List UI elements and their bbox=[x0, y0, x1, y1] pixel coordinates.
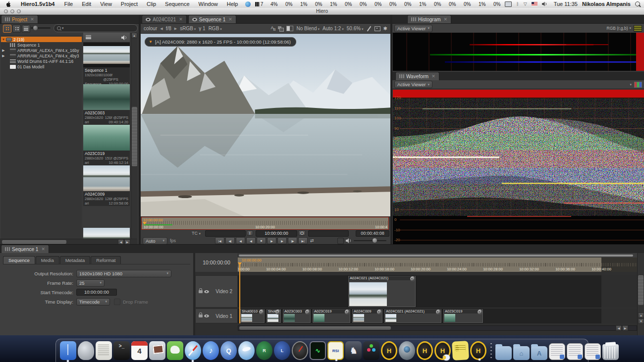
viewer-image[interactable]: ▼ [A] A024C009: 2880 x 1620 - 25 FPS - 1… bbox=[141, 33, 390, 217]
tree-item-01-das-modell[interactable]: 01 Das Modell bbox=[1, 64, 82, 69]
activity-monitor-icon[interactable]: ∿ bbox=[310, 341, 326, 360]
tree-item-2-19-[interactable]: ▼2 (19) bbox=[1, 37, 82, 42]
menu-help[interactable]: Help bbox=[222, 1, 243, 7]
tree-caret-icon[interactable]: ▶ bbox=[1, 54, 6, 58]
frame-rate-dropdown[interactable]: 25▾ bbox=[76, 279, 105, 287]
audio-mute-checkbox[interactable] bbox=[337, 238, 344, 244]
cpu-meter-icon[interactable]: 7 bbox=[255, 1, 264, 7]
folder-documents-icon[interactable] bbox=[495, 346, 512, 360]
timeline-scroll-down[interactable]: ▼ bbox=[638, 318, 644, 324]
menu-edit[interactable]: Edit bbox=[77, 1, 96, 7]
goto-start-button[interactable]: |◀ bbox=[215, 237, 224, 244]
hiero-app-3-icon[interactable]: H bbox=[470, 341, 486, 360]
histogram-options-icon[interactable] bbox=[634, 25, 642, 32]
gauge-widget-icon[interactable] bbox=[292, 341, 308, 360]
hiero-app-icon[interactable]: H bbox=[381, 341, 397, 360]
timeline-ruler[interactable]: 10:00:00:0010:00:04:0010:00:08:0010:00:1… bbox=[238, 258, 637, 272]
time-display-dropdown[interactable]: Timecode▾ bbox=[76, 298, 110, 306]
timeline-zoom-scrollbar[interactable] bbox=[239, 255, 633, 257]
stop-button[interactable]: ■ bbox=[257, 237, 266, 244]
timeline-scroll-left[interactable]: ◀ bbox=[616, 325, 622, 331]
play-button[interactable]: ▶ bbox=[267, 237, 276, 244]
photo-booth-icon[interactable] bbox=[149, 341, 165, 360]
minimized-window-3-icon[interactable] bbox=[585, 343, 601, 360]
spotlight-search-icon[interactable] bbox=[635, 1, 640, 6]
timeline-scroll-up[interactable]: ▲ bbox=[638, 312, 644, 318]
clip-card-a024c009[interactable]: A024C0092880x1620126f @25FPSari12:09:58:… bbox=[83, 165, 130, 207]
evernote-icon[interactable] bbox=[167, 341, 183, 360]
sync-status-icon[interactable] bbox=[245, 1, 251, 7]
calendar-icon[interactable]: 4 bbox=[131, 341, 148, 360]
turbine-l-icon[interactable]: L bbox=[274, 341, 290, 360]
gain-down-icon[interactable]: ◀ bbox=[160, 27, 162, 31]
close-icon[interactable]: ✕ bbox=[431, 74, 435, 79]
step-forward-button[interactable]: ▶ bbox=[277, 237, 287, 244]
waveform-source-dropdown[interactable]: Active Viewer▾ bbox=[394, 81, 432, 88]
thumbnail-scrollbar[interactable]: ▲ ▲ ▼ bbox=[131, 33, 138, 253]
input-language-flag-icon[interactable] bbox=[532, 2, 537, 6]
mail-globe-icon[interactable] bbox=[238, 341, 255, 360]
wipe-compare-icon[interactable] bbox=[286, 26, 293, 31]
timeline-hscroll-handle[interactable] bbox=[239, 326, 391, 330]
textedit-icon[interactable] bbox=[96, 341, 112, 360]
speaker-icon[interactable] bbox=[346, 238, 352, 243]
menu-file[interactable]: File bbox=[59, 1, 77, 7]
histogram-source-dropdown[interactable]: Active Viewer▾ bbox=[394, 25, 432, 32]
timeline-vscroll-handle[interactable] bbox=[638, 275, 644, 305]
timeline-clip[interactable]: Shot0020 bbox=[266, 309, 281, 323]
in-point-field[interactable] bbox=[205, 230, 246, 237]
next-edit-button[interactable]: |▶ bbox=[288, 237, 297, 244]
apple-menu-icon[interactable] bbox=[0, 1, 16, 7]
stack-mode-icon[interactable] bbox=[278, 26, 283, 31]
turbine-r-icon[interactable]: R bbox=[256, 341, 272, 360]
minimized-window-1-icon[interactable] bbox=[549, 343, 565, 360]
hscrollbar-handle[interactable] bbox=[2, 240, 66, 244]
close-icon[interactable]: ✕ bbox=[41, 247, 45, 252]
audio-mute-icon[interactable] bbox=[121, 35, 127, 40]
timeline-clip[interactable]: A023C003 bbox=[282, 309, 311, 323]
hieroplayer-icon[interactable]: H bbox=[434, 341, 451, 360]
stickies-icon[interactable] bbox=[452, 341, 469, 361]
set-out-button[interactable]: O bbox=[298, 230, 306, 236]
menu-user-name[interactable]: Nikolaos Almpanis bbox=[582, 1, 631, 7]
out-point-field[interactable] bbox=[308, 230, 349, 237]
itunes-icon[interactable]: ♪ bbox=[203, 341, 219, 360]
menu-window[interactable]: Window bbox=[194, 1, 222, 7]
gain-up-icon[interactable]: ▶ bbox=[174, 27, 177, 31]
track-visibility-eye-icon[interactable] bbox=[204, 290, 209, 293]
channels-dropdown[interactable]: RGB ▾ bbox=[209, 26, 222, 31]
tree-caret-icon[interactable]: ▶ bbox=[1, 49, 6, 52]
gain-value[interactable]: f/8 bbox=[166, 26, 171, 31]
davinci-resolve-icon[interactable] bbox=[363, 341, 379, 360]
playback-loop-icon[interactable]: ⇄ bbox=[310, 238, 314, 243]
search-input[interactable]: ▾ bbox=[54, 24, 138, 32]
colorspace-dropdown[interactable]: sRGB ▾ bbox=[180, 26, 196, 31]
goto-end-button[interactable]: ▶| bbox=[298, 237, 308, 244]
timeline-horizontal-scrollbar[interactable]: ◀ ▶ bbox=[238, 325, 637, 331]
prev-edit-button[interactable]: ◀| bbox=[225, 237, 235, 244]
track-header-video-1[interactable]: Video 1 bbox=[195, 309, 238, 323]
output-resolution-dropdown[interactable]: 1920x1080 HD 1080▾ bbox=[76, 270, 171, 277]
tab-sequence-1[interactable]: Sequence 1 ✕ bbox=[188, 15, 236, 23]
folder-library-icon[interactable]: ⌂ bbox=[513, 346, 530, 360]
window-title-bar[interactable]: Hiero bbox=[0, 8, 644, 15]
timeline-clip[interactable]: A024C021 (A024C021) bbox=[348, 275, 416, 308]
knight-app-icon[interactable]: ♞ bbox=[345, 341, 362, 360]
scroll-up-button[interactable]: ▲ bbox=[131, 33, 137, 38]
tab-sequence-1-editor[interactable]: Sequence 1 ✕ bbox=[1, 245, 49, 253]
thumbnail-size-slider[interactable] bbox=[31, 27, 51, 29]
tab-clip-a024c021[interactable]: A024C021 ✕ bbox=[142, 15, 187, 23]
proxy-dropdown[interactable]: Auto 1:2 ▾ bbox=[322, 26, 344, 31]
display-menu-icon[interactable] bbox=[505, 1, 512, 7]
close-icon[interactable]: ✕ bbox=[30, 17, 34, 22]
clip-card-a023c019[interactable]: A023C0192880x1620151f @25FPSari10:46:12:… bbox=[83, 125, 130, 167]
minimized-window-2-icon[interactable] bbox=[567, 343, 583, 360]
set-in-button[interactable]: I bbox=[247, 230, 253, 236]
current-timecode-field[interactable]: 10:00:00:00 bbox=[256, 230, 297, 237]
drop-frame-checkbox[interactable] bbox=[114, 299, 120, 305]
folder-applications-icon[interactable]: A bbox=[531, 346, 547, 360]
gamma-value[interactable]: γ 1 bbox=[199, 26, 205, 31]
tree-caret-icon[interactable]: ▼ bbox=[1, 38, 6, 41]
list-view-button[interactable] bbox=[22, 25, 30, 33]
timeline-playhead-marker[interactable] bbox=[238, 262, 242, 267]
